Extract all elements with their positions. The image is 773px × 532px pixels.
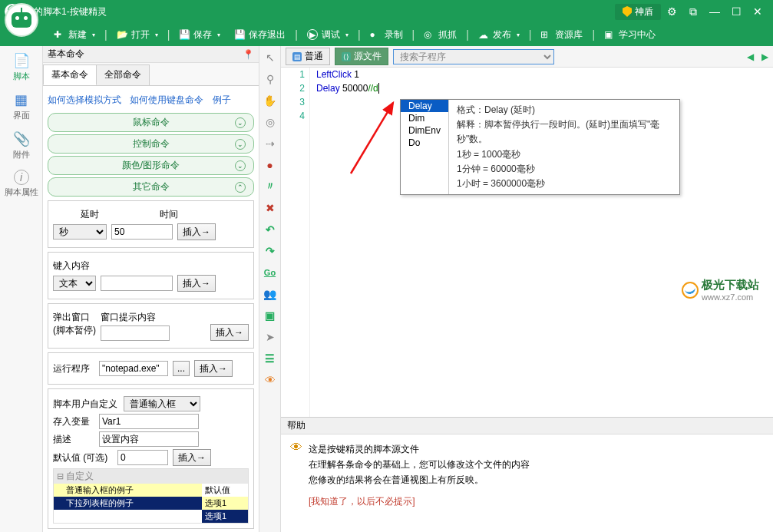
pin-icon[interactable]: 📍	[243, 49, 254, 60]
menu-save-quit[interactable]: 保存退出	[228, 26, 292, 44]
tool-eye-icon[interactable]: 👁	[263, 373, 278, 387]
chevron-down-icon: ⌄	[235, 117, 246, 128]
sidebar-attach[interactable]: 📎 附件	[3, 131, 40, 160]
shield-button[interactable]: 神盾	[615, 4, 661, 20]
settings-button[interactable]: ⚙	[661, 4, 682, 19]
sidebar-props[interactable]: i 脚本属性	[3, 170, 40, 198]
input-label: 键入内容	[53, 259, 94, 273]
tool-wait-icon[interactable]: 〃	[263, 180, 278, 193]
run-insert-button[interactable]: 插入→	[194, 360, 233, 377]
acc-color[interactable]: 颜色/图形命令⌄	[48, 156, 254, 175]
script-icon: 📄	[12, 52, 31, 69]
help-title: 帮助	[287, 419, 306, 432]
tool-find-icon[interactable]: ⚲	[263, 72, 278, 86]
tool-move-icon[interactable]: ⇢	[263, 137, 278, 150]
record-icon	[370, 29, 381, 40]
menu-open[interactable]: 打开▾	[111, 26, 164, 44]
tree-row[interactable]: 普通输入框的例子 默认值	[54, 484, 248, 497]
custom-desc-label: 描述	[53, 433, 94, 446]
ac-item-dim[interactable]: Dim	[401, 112, 448, 124]
acc-mouse[interactable]: 鼠标命令⌄	[48, 113, 254, 132]
search-subroutine-combo[interactable]: 搜索子程序	[393, 49, 554, 64]
section-delay: 延时 时间 秒 插入→	[48, 200, 254, 248]
attach-icon: 📎	[12, 131, 31, 147]
popup-label-1: 弹出窗口	[53, 311, 96, 324]
close-button[interactable]: ✕	[747, 4, 768, 19]
tool-undo-icon[interactable]: ↶	[263, 223, 278, 236]
custom-insert-button[interactable]: 插入→	[173, 449, 211, 466]
maximize-button[interactable]: ☐	[725, 4, 747, 19]
sidebar-script[interactable]: 📄 脚本	[3, 52, 40, 82]
nav-prev-button[interactable]: ◀	[747, 51, 754, 62]
acc-control[interactable]: 控制命令⌄	[48, 134, 254, 154]
tab-all[interactable]: 全部命令	[96, 64, 150, 85]
save-icon	[179, 29, 190, 40]
ac-item-dimenv[interactable]: DimEnv	[401, 124, 448, 137]
popup-insert-button[interactable]: 插入→	[210, 324, 249, 341]
minimize-button[interactable]: —	[704, 4, 725, 19]
delay-unit-select[interactable]: 秒	[53, 224, 107, 240]
custom-type-select[interactable]: 普通输入框	[124, 396, 200, 411]
command-tabs: 基本命令 全部命令	[43, 63, 259, 86]
sidebar-ui[interactable]: ▦ 界面	[3, 91, 40, 121]
run-value-input[interactable]	[99, 361, 168, 376]
resource-icon	[540, 29, 551, 40]
custom-var-input[interactable]	[99, 414, 199, 429]
menu-new[interactable]: 新建▾	[48, 26, 101, 44]
tree-row[interactable]: 选项1	[54, 510, 248, 523]
tool-arrow-icon[interactable]: ➤	[263, 330, 278, 344]
tree-row[interactable]: 下拉列表框的例子 选项1	[54, 497, 248, 510]
tool-cursor-icon[interactable]: ↖	[263, 51, 278, 64]
input-type-select[interactable]: 文本	[53, 276, 96, 291]
nav-next-button[interactable]: ▶	[761, 51, 768, 62]
tool-list-icon[interactable]: ☰	[263, 352, 278, 365]
source-view-icon: ⟨⟩	[342, 52, 351, 61]
popup-value-input[interactable]	[101, 325, 170, 341]
tool-record-icon[interactable]: ●	[263, 158, 278, 172]
link-sim-method[interactable]: 如何选择模拟方式	[48, 94, 121, 105]
tree-header: ⊟ 自定义	[54, 469, 248, 484]
ac-item-do[interactable]: Do	[401, 137, 448, 149]
menu-record[interactable]: 录制	[364, 26, 409, 44]
view-normal-tab[interactable]: ▤普通	[286, 48, 330, 65]
tool-cancel-icon[interactable]: ✖	[263, 201, 278, 215]
tool-go-icon[interactable]: Go	[263, 266, 278, 279]
autocomplete-popup: Delay Dim DimEnv Do 格式：Delay (延时) 解释：脚本暂…	[400, 99, 680, 195]
tool-box-icon[interactable]: ▣	[263, 309, 278, 322]
left-sidebar: 📄 脚本 ▦ 界面 📎 附件 i 脚本属性	[0, 46, 43, 532]
link-kbd-cmd[interactable]: 如何使用键盘命令	[130, 94, 203, 105]
restore-button[interactable]: ⧉	[682, 4, 704, 19]
tab-basic[interactable]: 基本命令	[43, 64, 97, 85]
acc-other[interactable]: 其它命令⌃	[48, 177, 254, 197]
save-quit-icon	[234, 29, 245, 40]
chevron-up-icon: ⌃	[235, 182, 246, 193]
command-panel: 基本命令 📍 基本命令 全部命令 如何选择模拟方式 如何使用键盘命令 例子 鼠标…	[43, 46, 259, 532]
input-insert-button[interactable]: 插入→	[177, 275, 216, 292]
delay-value-input[interactable]	[111, 224, 173, 240]
menu-publish[interactable]: 发布▾	[472, 26, 526, 44]
custom-def-input[interactable]	[117, 450, 168, 465]
menu-learn[interactable]: 学习中心	[598, 26, 662, 44]
input-value-input[interactable]	[101, 276, 173, 291]
menu-grab[interactable]: 抓抓	[418, 26, 463, 44]
tool-group-icon[interactable]: 👥	[263, 287, 278, 301]
run-browse-button[interactable]: ...	[173, 361, 190, 376]
run-label: 运行程序	[53, 362, 94, 375]
info-icon: i	[14, 170, 29, 185]
chevron-down-icon: ⌄	[235, 160, 246, 171]
help-dismiss-link[interactable]: [我知道了，以后不必提示]	[309, 496, 415, 507]
menu-save[interactable]: 保存▾	[173, 26, 226, 44]
menubar: 新建▾ | 打开▾ | 保存▾ 保存退出 | 调试▾ | 录制 | 抓抓 | 发…	[0, 23, 773, 46]
link-example[interactable]: 例子	[213, 94, 231, 105]
code-editor[interactable]: 1 2 3 4 LeftClick 1 Delay 50000//d Delay…	[281, 68, 773, 417]
tool-redo-icon[interactable]: ↷	[263, 244, 278, 258]
custom-desc-input[interactable]	[99, 431, 199, 447]
menu-debug[interactable]: 调试▾	[301, 26, 355, 44]
tool-target-icon[interactable]: ◎	[263, 115, 278, 129]
menu-resource[interactable]: 资源库	[534, 26, 589, 44]
section-input: 键入内容 文本 插入→	[48, 252, 254, 299]
view-source-tab[interactable]: ⟨⟩源文件	[335, 48, 388, 65]
ac-item-delay[interactable]: Delay	[401, 100, 448, 112]
delay-insert-button[interactable]: 插入→	[177, 223, 216, 240]
tool-hand-icon[interactable]: ✋	[263, 94, 278, 107]
